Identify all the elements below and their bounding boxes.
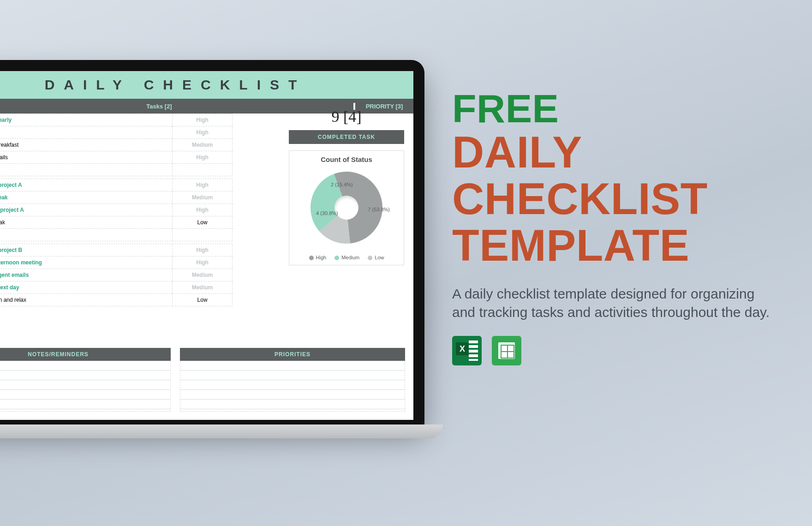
priorities-header: PRIORITIES [180, 348, 405, 361]
table-row[interactable]: Task 1:Wake up earlyHigh [0, 114, 233, 126]
task-text[interactable]: Wake up early [0, 114, 173, 126]
legend-medium: Medium [334, 255, 359, 260]
promo-line4: TEMPLATE [452, 222, 789, 269]
promo-title: FREE DAILY CHECKLIST TEMPLATE [452, 88, 789, 269]
task-priority[interactable]: Medium [173, 281, 233, 294]
task-priority[interactable]: High [173, 244, 233, 257]
handwritten-count: 9 [4] [289, 103, 404, 130]
table-row[interactable]: Task 11:Work on project BHigh [0, 244, 233, 257]
table-row[interactable]: Task 10: [0, 229, 233, 241]
laptop-screen: DAILY CHECKLIST [1] Tasks [2] PRIORITY [… [0, 71, 413, 420]
promo-line2: DAILY [452, 129, 789, 176]
table-row[interactable]: Task 4:Check emailsHigh [0, 151, 233, 164]
excel-icon [452, 336, 482, 365]
chart-label-medium: 4 (30.8%) [316, 210, 338, 216]
task-priority[interactable] [173, 164, 233, 176]
task-text[interactable]: Wind down and relax [0, 294, 173, 306]
laptop-bezel: DAILY CHECKLIST [1] Tasks [2] PRIORITY [… [0, 60, 424, 424]
legend-high: High [309, 255, 327, 260]
chart-label-high: 7 (53.8%) [368, 207, 390, 212]
notes-header: NOTES/REMINDERS [0, 348, 171, 361]
task-text[interactable] [0, 164, 173, 176]
task-priority[interactable]: Medium [173, 269, 233, 281]
promo-line3: CHECKLIST [452, 176, 789, 222]
task-text[interactable]: Attend afternoon meeting [0, 257, 173, 269]
table-row[interactable]: Task 13:Check urgent emailsMedium [0, 269, 233, 281]
task-priority[interactable] [173, 229, 233, 241]
task-priority[interactable]: High [173, 114, 233, 126]
task-priority[interactable]: High [173, 179, 233, 191]
sheet-title-banner: DAILY CHECKLIST [0, 71, 413, 99]
completed-task-header: COMPLETED TASK [289, 130, 404, 144]
laptop-base [0, 424, 443, 438]
table-row[interactable]: Task 5: [0, 164, 233, 176]
task-text[interactable]: Lunch break [0, 216, 173, 229]
chart-legend: High Medium Low [294, 255, 399, 260]
task-priority[interactable]: Medium [173, 191, 233, 204]
table-row[interactable]: Task 7:Take a breakMedium [0, 191, 233, 204]
table-row[interactable]: Task 9:Lunch breakLow [0, 216, 233, 229]
table-row[interactable]: Task 12:Attend afternoon meetingHigh [0, 257, 233, 269]
file-type-icons [452, 336, 789, 365]
promo-copy: FREE DAILY CHECKLIST TEMPLATE A daily ch… [452, 88, 789, 365]
task-text[interactable]: Prepare breakfast [0, 139, 173, 151]
task-text[interactable]: Continue project A [0, 204, 173, 216]
task-text[interactable]: Check emails [0, 151, 173, 164]
task-text[interactable]: Exercise [0, 126, 173, 139]
table-row[interactable]: Task 15:Wind down and relaxLow [0, 294, 233, 306]
donut-chart: 4 (30.8%) 2 (15.4%) 7 (53.8%) [300, 167, 393, 250]
task-priority[interactable]: Low [173, 216, 233, 229]
table-row[interactable]: Task 3:Prepare breakfastMedium [0, 139, 233, 151]
task-priority[interactable]: High [173, 257, 233, 269]
notes-box: NOTES/REMINDERS [0, 348, 171, 412]
table-row[interactable]: Task 8:Continue project AHigh [0, 204, 233, 216]
task-text[interactable]: Take a break [0, 191, 173, 204]
notes-lines[interactable] [0, 361, 171, 412]
task-priority[interactable]: High [173, 204, 233, 216]
task-text[interactable]: Check urgent emails [0, 269, 173, 281]
laptop-mockup: DAILY CHECKLIST [1] Tasks [2] PRIORITY [… [0, 60, 424, 438]
task-priority[interactable]: Low [173, 294, 233, 306]
chart-label-low: 2 (15.4%) [331, 182, 353, 187]
task-text[interactable]: Plan for next day [0, 281, 173, 294]
chart-title: Count of Status [294, 155, 399, 163]
task-text[interactable]: Work on project A [0, 179, 173, 191]
promo-description: A daily checklist template designed for … [452, 285, 775, 322]
table-row[interactable]: Task 6:Work on project AHigh [0, 179, 233, 191]
task-priority[interactable]: Medium [173, 139, 233, 151]
priorities-lines[interactable] [180, 361, 405, 412]
table-row[interactable]: Task 2:ExerciseHigh [0, 126, 233, 139]
google-sheets-icon [492, 336, 521, 365]
priorities-box: PRIORITIES [180, 348, 405, 412]
chart-box: Count of Status 4 (30.8%) 2 (15.4%) 7 (5… [289, 150, 404, 265]
side-panel: 9 [4] COMPLETED TASK Count of Status 4 (… [289, 103, 404, 265]
bottom-sections: NOTES/REMINDERS PRIORITIES [0, 348, 413, 420]
task-text[interactable] [0, 229, 173, 241]
task-priority[interactable]: High [173, 151, 233, 164]
promo-line1: FREE [452, 88, 789, 129]
task-priority[interactable]: High [173, 126, 233, 139]
task-table: Task 1:Wake up earlyHighTask 2:ExerciseH… [0, 114, 233, 306]
task-text[interactable]: Work on project B [0, 244, 173, 257]
table-row[interactable]: Task 14:Plan for next dayMedium [0, 281, 233, 294]
legend-low: Low [368, 255, 384, 260]
